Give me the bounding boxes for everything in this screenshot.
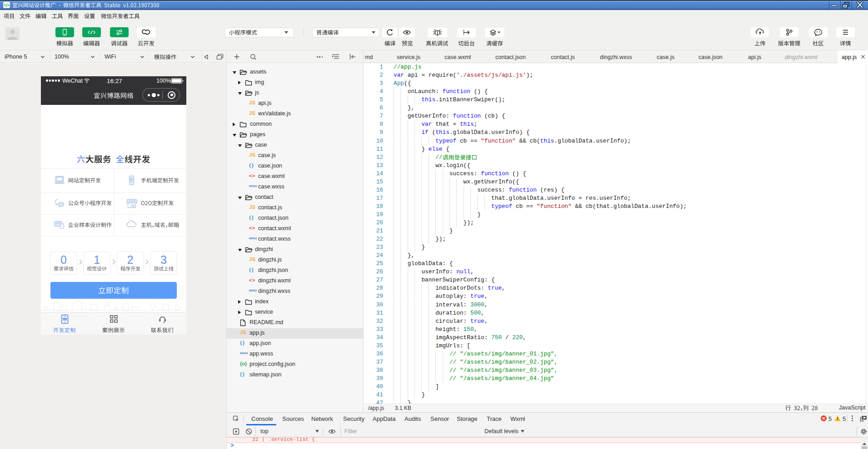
svg-text:APP: APP [63,319,67,321]
